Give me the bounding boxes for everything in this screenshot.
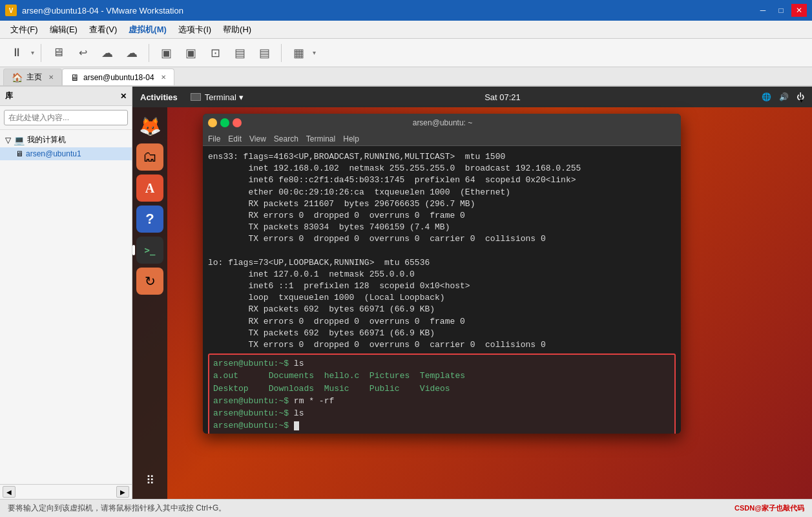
- mycomputer-label: 我的计算机: [27, 134, 66, 145]
- expand-icon: ▽: [5, 136, 11, 145]
- view-button5[interactable]: ▤: [254, 43, 275, 63]
- terminal-body[interactable]: ens33: flags=4163<UP,BROADCAST,RUNNING,M…: [203, 146, 681, 434]
- app-icon: V: [5, 5, 17, 16]
- snapshot-button[interactable]: ↩: [72, 43, 93, 63]
- terminal-window[interactable]: arsen@ubuntu: ~ File Edit View Search Te…: [203, 114, 681, 434]
- gnome-system-icons: 🌐 🔊 ⏻: [762, 92, 804, 101]
- sidebar-search-input[interactable]: [4, 110, 128, 125]
- dock-terminal[interactable]: >_: [136, 237, 163, 264]
- term-hl-line-1: arsen@ubuntu:~$ ls: [213, 358, 671, 370]
- scroll-right-button[interactable]: ▶: [116, 486, 129, 498]
- toolbar-sep-2: [149, 44, 149, 62]
- main-content: 库 ✕ ▾ ▽ 💻 我的计算机 🖥 arsen@ubuntu1 ◀ ▶ A: [0, 87, 812, 499]
- sidebar-item-ubuntu[interactable]: 🖥 arsen@ubuntu1: [0, 147, 132, 160]
- desktop-area[interactable]: 🗑 Trash arsen@ubuntu: ~: [167, 107, 812, 499]
- term-menu-search[interactable]: Search: [274, 134, 298, 143]
- tab-home[interactable]: 🏠 主页 ✕: [3, 69, 62, 85]
- term-hl-line-3: Desktop Downloads Music Public Videos: [213, 383, 671, 395]
- menu-view[interactable]: 查看(V): [84, 22, 122, 37]
- menu-edit[interactable]: 编辑(E): [45, 22, 83, 37]
- term-hl-line-5: arsen@ubuntu:~$ ls: [213, 408, 671, 419]
- terminal-highlight-box: arsen@ubuntu:~$ ls a.out Documents hello…: [208, 353, 676, 434]
- menu-help[interactable]: 帮助(H): [218, 22, 256, 37]
- dock-help[interactable]: ?: [136, 206, 163, 233]
- tab-vm[interactable]: 🖥 arsen@ubuntu18-04 ✕: [62, 69, 174, 85]
- tab-bar: 🏠 主页 ✕ 🖥 arsen@ubuntu18-04 ✕: [0, 67, 812, 87]
- term-hl-line-6: arsen@ubuntu:~$: [213, 420, 671, 432]
- term-output-line-3: inet6 fe80::c2f1:da45:b033:1745 prefixle…: [208, 174, 676, 186]
- term-output-line-16: TX errors 0 dropped 0 overruns 0 carrier…: [208, 339, 676, 351]
- vm-tab-label: arsen@ubuntu18-04: [83, 73, 154, 82]
- term-menu-help[interactable]: Help: [343, 134, 359, 143]
- dock-firefox[interactable]: 🦊: [136, 112, 163, 140]
- minimize-button[interactable]: ─: [755, 4, 771, 17]
- ubuntu-label: arsen@ubuntu1: [26, 149, 81, 158]
- ubuntu-icon: 🖥: [16, 149, 23, 158]
- term-hl-line-2: a.out Documents hello.c Pictures Templat…: [213, 370, 671, 382]
- sidebar-item-mycomputer[interactable]: ▽ 💻 我的计算机: [0, 132, 132, 147]
- dock-update[interactable]: ↻: [136, 268, 163, 295]
- menu-vm[interactable]: 虚拟机(M): [123, 22, 172, 37]
- term-menu-edit[interactable]: Edit: [228, 134, 242, 143]
- title-bar: V arsen@ubuntu18-04 - VMware Workstation…: [0, 0, 812, 21]
- display-button[interactable]: 🖥: [48, 43, 68, 63]
- screen-button[interactable]: ▦: [288, 43, 309, 63]
- sidebar-title: 库: [5, 90, 13, 101]
- term-output-line-6: RX errors 0 dropped 0 overruns 0 frame 0: [208, 210, 676, 222]
- term-output-line-10: inet 127.0.0.1 netmask 255.0.0.0: [208, 269, 676, 280]
- datetime-display: Sat 07:21: [244, 92, 762, 102]
- sidebar-close-icon[interactable]: ✕: [120, 92, 127, 101]
- menu-bar: 文件(F) 编辑(E) 查看(V) 虚拟机(M) 选项卡(I) 帮助(H): [0, 21, 812, 39]
- term-blank-line-1: [208, 246, 676, 257]
- menu-tabs[interactable]: 选项卡(I): [173, 22, 216, 37]
- vm-tab-close[interactable]: ✕: [161, 74, 166, 81]
- pause-button[interactable]: ⏸: [6, 43, 27, 63]
- view-button3[interactable]: ⊡: [205, 43, 225, 63]
- term-output-line-12: loop txqueuelen 1000 (Local Loopback): [208, 292, 676, 304]
- terminal-titlebar: arsen@ubuntu: ~: [203, 114, 681, 132]
- close-button[interactable]: ✕: [791, 4, 807, 17]
- terminal-window-controls: [208, 118, 242, 127]
- maximize-button[interactable]: □: [773, 4, 789, 17]
- sidebar-scroll-controls: ◀ ▶: [0, 484, 132, 499]
- term-minimize-button[interactable]: [208, 118, 217, 127]
- sidebar-panel: 库 ✕ ▾ ▽ 💻 我的计算机 🖥 arsen@ubuntu1 ◀ ▶: [0, 87, 132, 499]
- dock-files[interactable]: 🗂: [136, 143, 163, 171]
- term-output-line-8: TX errors 0 dropped 0 overruns 0 carrier…: [208, 233, 676, 245]
- pause-dropdown[interactable]: ▾: [31, 49, 34, 56]
- terminal-dropdown[interactable]: ▾: [239, 92, 244, 102]
- toolbar: ⏸ ▾ 🖥 ↩ ☁ ☁ ▣ ▣ ⊡ ▤ ▤ ▦ ▾: [0, 39, 812, 67]
- term-menu-view[interactable]: View: [249, 134, 266, 143]
- view-button1[interactable]: ▣: [156, 43, 176, 63]
- search-dropdown-icon[interactable]: ▾: [800, 97, 803, 104]
- cloud-button2[interactable]: ☁: [121, 43, 142, 63]
- dock-font[interactable]: A: [136, 174, 163, 202]
- activities-button[interactable]: Activities: [140, 92, 178, 102]
- dock-apps[interactable]: ⠿: [136, 467, 163, 494]
- sidebar-search-container: ▾: [0, 106, 132, 130]
- vm-content[interactable]: Activities Terminal ▾ Sat 07:21 🌐 🔊 ⏻ 🦊: [132, 87, 812, 499]
- sidebar-header: 库 ✕: [0, 87, 132, 106]
- term-output-line-15: TX packets 692 bytes 66971 (66.9 KB): [208, 328, 676, 339]
- menu-file[interactable]: 文件(F): [5, 22, 43, 37]
- ubuntu-desktop[interactable]: 🦊 🗂 A ? >_ ↻ ⠿: [132, 107, 812, 499]
- term-close-button[interactable]: [233, 118, 242, 127]
- terminal-topbar-icon: [191, 93, 201, 101]
- term-menu-file[interactable]: File: [208, 134, 220, 143]
- term-output-line-4: ether 00:0c:29:10:26:ca txqueuelen 1000 …: [208, 187, 676, 198]
- window-controls: ─ □ ✕: [755, 4, 807, 17]
- home-tab-close[interactable]: ✕: [48, 74, 54, 81]
- scroll-left-button[interactable]: ◀: [3, 486, 16, 498]
- term-maximize-button[interactable]: [220, 118, 229, 127]
- volume-icon[interactable]: 🔊: [779, 92, 789, 101]
- network-icon[interactable]: 🌐: [762, 92, 771, 101]
- view-button2[interactable]: ▣: [180, 43, 201, 63]
- cloud-button1[interactable]: ☁: [97, 43, 118, 63]
- screen-dropdown[interactable]: ▾: [313, 49, 316, 56]
- term-output-line-2: inet 192.168.0.102 netmask 255.255.255.0…: [208, 163, 676, 174]
- view-button4[interactable]: ▤: [229, 43, 250, 63]
- terminal-menu-topbar[interactable]: Terminal ▾: [191, 92, 244, 102]
- home-tab-icon: 🏠: [12, 72, 23, 83]
- vm-tab-icon: 🖥: [70, 72, 79, 83]
- term-menu-terminal[interactable]: Terminal: [306, 134, 335, 143]
